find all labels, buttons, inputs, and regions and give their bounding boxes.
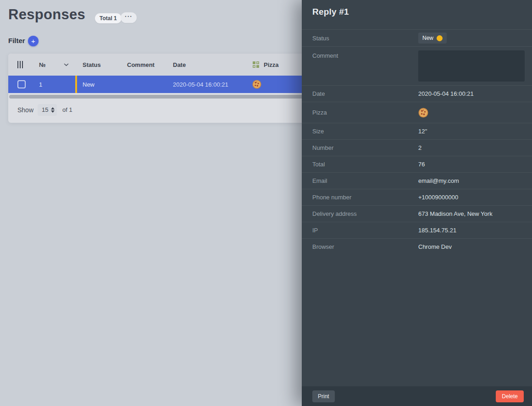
field-value: 12'' bbox=[418, 128, 427, 135]
print-button[interactable]: Print bbox=[312, 390, 335, 402]
row-num: 1 bbox=[39, 81, 42, 88]
pizza-icon bbox=[252, 80, 261, 89]
row-comment-cell bbox=[122, 76, 167, 93]
status-dot-icon bbox=[437, 35, 443, 41]
plus-icon: + bbox=[31, 37, 35, 45]
column-label-status: Status bbox=[83, 61, 101, 68]
field-label: Number bbox=[312, 144, 418, 151]
field-value: 76 bbox=[418, 161, 425, 168]
header-cell-date[interactable]: Date bbox=[167, 54, 247, 76]
reply-drawer: Reply #1 Status New Comment Date 2020-05… bbox=[302, 0, 532, 406]
comment-textarea[interactable] bbox=[418, 50, 525, 82]
status-badge[interactable]: New bbox=[418, 33, 447, 44]
header-cell-num[interactable]: № bbox=[35, 54, 75, 76]
add-filter-button[interactable]: + bbox=[28, 36, 39, 46]
field-label: IP bbox=[312, 227, 418, 234]
field-value: 673 Madison Ave, New York bbox=[418, 210, 493, 217]
field-row-status: Status New bbox=[302, 29, 532, 46]
field-label: Browser bbox=[312, 243, 418, 250]
drawer-footer: Print Delete bbox=[302, 386, 532, 406]
columns-drag-icon bbox=[17, 61, 23, 68]
field-label: Email bbox=[312, 177, 418, 184]
field-value: email@my.com bbox=[418, 177, 459, 184]
field-value: +10009000000 bbox=[418, 194, 458, 201]
header-cell-status[interactable]: Status bbox=[75, 54, 122, 76]
field-row-phone: Phone number +10009000000 bbox=[302, 189, 532, 205]
field-row-pizza: Pizza bbox=[302, 102, 532, 123]
column-label-num: № bbox=[39, 61, 46, 68]
row-checkbox[interactable] bbox=[17, 80, 26, 88]
field-row-date: Date 2020-05-04 16:00:21 bbox=[302, 85, 532, 102]
row-status-cell: New bbox=[75, 76, 122, 93]
more-options-button[interactable]: ··· bbox=[121, 12, 137, 23]
field-label: Size bbox=[312, 128, 418, 135]
column-label-date: Date bbox=[173, 61, 186, 68]
drawer-title: Reply #1 bbox=[302, 0, 532, 29]
field-row-email: Email email@my.com bbox=[302, 172, 532, 189]
stepper-icon[interactable] bbox=[51, 107, 55, 113]
show-label: Show bbox=[17, 106, 33, 114]
field-value bbox=[418, 108, 428, 118]
of-total-label: of 1 bbox=[62, 106, 72, 113]
grid-icon bbox=[252, 61, 260, 68]
field-label: Delivery address bbox=[312, 210, 418, 217]
field-label: Total bbox=[312, 161, 418, 168]
chevron-down-icon[interactable] bbox=[64, 63, 69, 66]
ellipsis-icon: ··· bbox=[125, 13, 133, 20]
header-cell-comment[interactable]: Comment bbox=[122, 54, 167, 76]
column-label-pizza: Pizza bbox=[264, 61, 279, 68]
scrollbar-thumb[interactable] bbox=[9, 95, 311, 99]
row-status: New bbox=[83, 81, 94, 88]
field-row-browser: Browser Chrome Dev bbox=[302, 238, 532, 255]
filter-label: Filter bbox=[8, 37, 25, 44]
row-date: 2020-05-04 16:00:21 bbox=[173, 81, 228, 88]
field-value: 2 bbox=[418, 144, 421, 151]
field-label: Status bbox=[312, 35, 418, 42]
field-row-comment: Comment bbox=[302, 46, 532, 85]
page-size-input[interactable]: 15 bbox=[38, 104, 57, 116]
delete-button[interactable]: Delete bbox=[496, 390, 524, 402]
header-cell-handle[interactable] bbox=[8, 54, 35, 76]
field-label: Comment bbox=[312, 52, 418, 59]
field-row-ip: IP 185.154.75.21 bbox=[302, 222, 532, 238]
field-value: 2020-05-04 16:00:21 bbox=[418, 90, 474, 97]
status-badge-text: New bbox=[422, 35, 433, 41]
page-size-value: 15 bbox=[42, 106, 48, 113]
field-row-size: Size 12'' bbox=[302, 123, 532, 139]
field-row-total: Total 76 bbox=[302, 156, 532, 172]
field-label: Phone number bbox=[312, 194, 418, 201]
field-row-address: Delivery address 673 Madison Ave, New Yo… bbox=[302, 205, 532, 222]
field-value: 185.154.75.21 bbox=[418, 227, 456, 234]
column-label-comment: Comment bbox=[127, 61, 155, 68]
pizza-icon bbox=[418, 108, 428, 118]
field-label: Date bbox=[312, 90, 418, 97]
field-label: Pizza bbox=[312, 109, 418, 116]
field-row-number: Number 2 bbox=[302, 139, 532, 156]
page-title: Responses bbox=[8, 6, 85, 23]
field-value: Chrome Dev bbox=[418, 243, 452, 250]
total-count-badge: Total 1 bbox=[95, 13, 122, 23]
